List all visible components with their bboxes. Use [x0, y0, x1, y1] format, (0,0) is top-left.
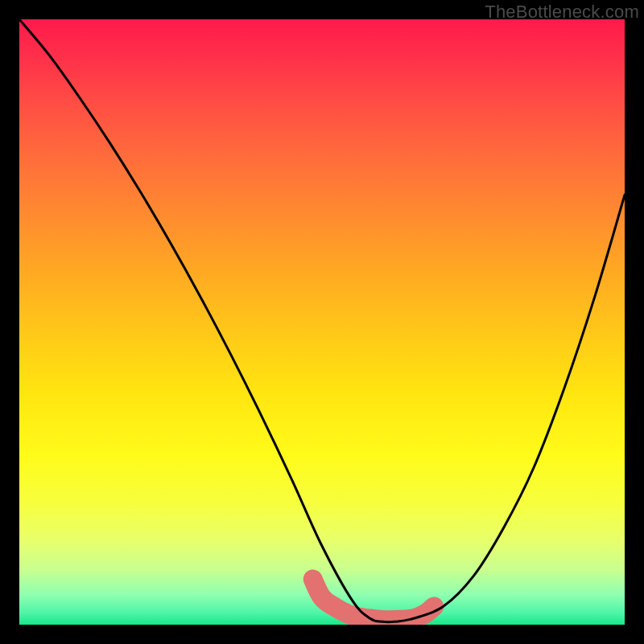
bottleneck-curve-stroke — [19, 19, 625, 622]
optimal-band-stroke — [313, 580, 434, 621]
curve-layer — [19, 19, 625, 625]
watermark-text: TheBottleneck.com — [485, 2, 639, 23]
plot-area — [19, 19, 625, 625]
chart-frame: TheBottleneck.com — [0, 0, 644, 644]
